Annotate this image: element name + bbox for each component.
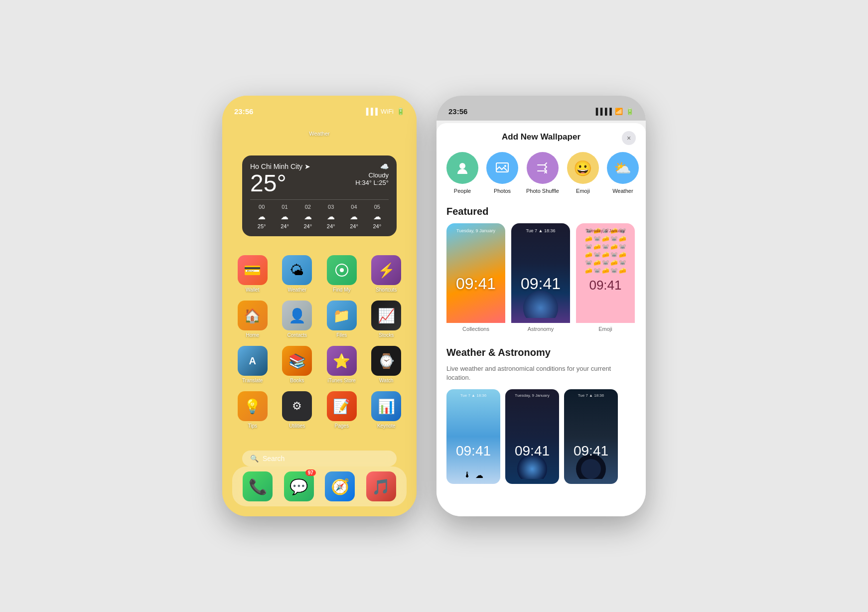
weather-app-label: Weather: [288, 287, 306, 293]
pages-icon: 📝: [327, 391, 357, 421]
svg-point-2: [459, 163, 465, 169]
wa-img-1: Tue 7 ▲ 18:36 🌡☁ 09:41: [446, 389, 500, 484]
wallpaper-type-photos[interactable]: Photos: [486, 152, 518, 194]
svg-point-1: [340, 268, 344, 272]
wallpaper-type-emoji[interactable]: 😀 Emoji: [567, 152, 599, 194]
weather-type-icon: ⛅: [614, 160, 631, 176]
app-weather[interactable]: 🌤 Weather: [277, 255, 318, 293]
keynote-label: Keynote: [377, 423, 396, 429]
translate-icon: A: [238, 346, 268, 376]
wallpaper-types: People Photos Photo Shuffle 😀 Emoji: [436, 148, 646, 202]
weather-right: Cloudy H:34° L:25°: [355, 171, 389, 186]
photos-circle: [486, 152, 518, 184]
featured-emoji[interactable]: Tuesday, 9 January 🐭🧀🐭🧀🐭 🧀🐭🧀🐭🧀 🐭🧀🐭🧀🐭 🧀🐭🧀…: [576, 223, 635, 335]
weather-temp-row: 25° Cloudy H:34° L:25°: [250, 171, 389, 195]
dock-safari[interactable]: 🧭: [325, 471, 355, 501]
app-tips[interactable]: 💡 Tips: [232, 391, 273, 429]
utilities-label: Utilities: [289, 423, 305, 429]
wallpaper-type-people[interactable]: People: [446, 152, 478, 194]
weather-widget-container: Ho Chi Minh City ➤ ☁️ 25° Cloudy H:34° L…: [232, 126, 407, 138]
music-icon: 🎵: [372, 478, 390, 495]
weather-hour-3: 03 ☁ 24°: [319, 204, 342, 229]
status-bar-right: 23:56 ▐▐▐▐ 📶 🔋: [436, 96, 646, 121]
wallpaper-type-shuffle[interactable]: Photo Shuffle: [526, 152, 559, 194]
shuffle-label: Photo Shuffle: [526, 188, 559, 194]
itunes-label: iTunes Store: [328, 378, 356, 383]
app-books[interactable]: 📚 Books: [277, 346, 318, 383]
app-contacts[interactable]: 👤 Contacts: [277, 301, 318, 338]
books-label: Books: [290, 378, 304, 383]
messages-icon: 💬: [289, 478, 308, 495]
weather-city: Ho Chi Minh City ➤ ☁️: [250, 162, 389, 170]
stocks-icon: 📈: [371, 301, 401, 330]
app-wallet[interactable]: 💳 Wallet: [232, 255, 273, 293]
watch-icon: ⌚: [371, 346, 401, 376]
weather-app-icon: 🌤: [282, 255, 312, 285]
search-text: Search: [263, 455, 285, 462]
app-grid: 💳 Wallet 🌤 Weather Find My ⚡ Shortcuts 🏠…: [232, 255, 407, 429]
wa-thumb-2[interactable]: Tuesday, 9 January 09:41: [505, 389, 559, 484]
weather-hour-4: 04 ☁ 24°: [342, 204, 365, 229]
modal-close-button[interactable]: ×: [622, 131, 636, 145]
featured-astronomy[interactable]: Tue 7 ▲ 18:36 09:41 Astronomy: [511, 223, 570, 335]
search-bar[interactable]: 🔍 Search: [242, 451, 397, 466]
findmy-icon: [327, 255, 357, 285]
weather-circle: ⛅: [607, 152, 639, 184]
weather-widget[interactable]: Ho Chi Minh City ➤ ☁️ 25° Cloudy H:34° L…: [242, 155, 397, 236]
app-itunes[interactable]: ⭐ iTunes Store: [321, 346, 362, 383]
weather-high-low: H:34° L:25°: [355, 179, 389, 186]
pages-label: Pages: [335, 423, 349, 429]
watch-label: Watch: [379, 378, 393, 383]
right-signal-icon: ▐▐▐▐: [593, 108, 612, 115]
left-phone: 23:56 ▐▐▐ WiFi 🔋 Ho Chi Minh City ➤ ☁️ 2…: [222, 96, 417, 516]
dock-messages[interactable]: 💬 97: [284, 471, 314, 501]
translate-label: Translate: [242, 378, 263, 383]
weather-section-title: Weather & Astronomy: [436, 343, 646, 364]
modal-header: Add New Wallpaper ×: [436, 123, 646, 148]
tips-icon: 💡: [238, 391, 268, 421]
app-keynote[interactable]: 📊 Keynote: [366, 391, 407, 429]
right-wifi-icon: 📶: [615, 108, 623, 115]
app-watch[interactable]: ⌚ Watch: [366, 346, 407, 383]
weather-hour-1: 01 ☁ 24°: [273, 204, 296, 229]
itunes-icon: ⭐: [327, 346, 357, 376]
location-arrow-icon: ➤: [304, 162, 310, 170]
dock-music[interactable]: 🎵: [366, 471, 396, 501]
people-circle: [446, 152, 478, 184]
status-bar-left: 23:56 ▐▐▐ WiFi 🔋: [222, 96, 417, 121]
tips-label: Tips: [248, 423, 257, 429]
svg-point-10: [581, 459, 601, 479]
weather-hour-2: 02 ☁ 24°: [296, 204, 319, 229]
files-icon: 📁: [327, 301, 357, 330]
status-icons-left: ▐▐▐ WiFi 🔋: [364, 108, 405, 115]
app-shortcuts[interactable]: ⚡ Shortcuts: [366, 255, 407, 293]
app-stocks[interactable]: 📈 Stocks: [366, 301, 407, 338]
status-time-left: 23:56: [234, 107, 253, 116]
files-label: Files: [336, 332, 347, 338]
utilities-icon: ⚙: [282, 391, 312, 421]
app-files[interactable]: 📁 Files: [321, 301, 362, 338]
wifi-icon: WiFi: [381, 108, 394, 115]
weather-astronomy-row: Tue 7 ▲ 18:36 🌡☁ 09:41 Tuesday, 9 Januar…: [436, 389, 646, 484]
app-pages[interactable]: 📝 Pages: [321, 391, 362, 429]
shuffle-circle: [527, 152, 559, 184]
wallet-icon: 💳: [238, 255, 268, 285]
findmy-label: Find My: [333, 287, 351, 293]
close-icon: ×: [627, 134, 631, 142]
app-findmy[interactable]: Find My: [321, 255, 362, 293]
featured-row: Tuesday, 9 January 09:41 Collections Tue…: [436, 223, 646, 343]
wa-thumb-3[interactable]: Tue 7 ▲ 18:36 09:41: [564, 389, 618, 484]
emoji-icon: 😀: [574, 159, 592, 177]
featured-collections[interactable]: Tuesday, 9 January 09:41 Collections: [446, 223, 505, 335]
shortcuts-icon: ⚡: [371, 255, 401, 285]
app-translate[interactable]: A Translate: [232, 346, 273, 383]
safari-icon: 🧭: [331, 478, 349, 495]
dock: 📞 💬 97 🧭 🎵: [232, 466, 407, 506]
app-home[interactable]: 🏠 Home: [232, 301, 273, 338]
app-utilities[interactable]: ⚙ Utilities: [277, 391, 318, 429]
weather-hour-0: 00 ☁ 25°: [250, 204, 273, 229]
wa-thumb-1[interactable]: Tue 7 ▲ 18:36 🌡☁ 09:41: [446, 389, 500, 484]
dock-phone[interactable]: 📞: [243, 471, 273, 501]
wallpaper-type-weather[interactable]: ⛅ Weather: [607, 152, 639, 194]
svg-point-6: [523, 291, 558, 318]
